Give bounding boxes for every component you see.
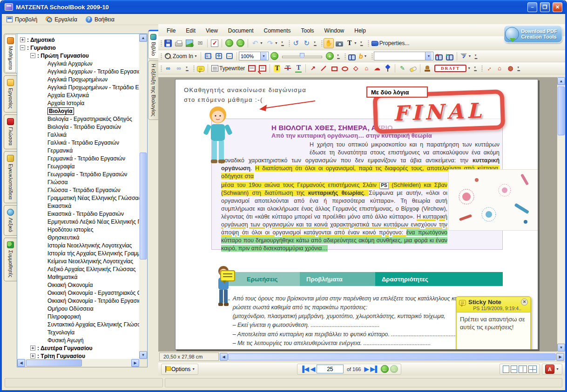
tree-item[interactable]: Γεωγραφία xyxy=(17,162,139,170)
textbox-tool-button[interactable] xyxy=(247,63,257,73)
tree-expander-icon[interactable] xyxy=(40,179,46,185)
tree-expander-icon[interactable] xyxy=(40,156,46,161)
tree-item[interactable]: Αγγλικά Προχωρημένων - Τετράδιο Ερ xyxy=(17,83,139,91)
tree-item[interactable]: Μαθηματικά xyxy=(17,273,139,281)
tree-item[interactable]: Οικιακή Οικονομία - Τετράδιο Εργασιώ xyxy=(17,297,139,305)
next-page-button[interactable]: ▶ xyxy=(364,365,369,373)
minimize-button[interactable]: – xyxy=(527,2,537,12)
area-tool-button[interactable]: ◍ xyxy=(505,63,515,73)
menu-view[interactable]: Προβολή xyxy=(7,16,37,23)
zoom-plus-button[interactable]: + xyxy=(324,51,335,61)
tree-expander-icon[interactable] xyxy=(40,227,46,232)
redo-button[interactable]: ↷▼ xyxy=(265,38,279,48)
scroll-left-icon[interactable]: ◀ xyxy=(220,353,228,361)
tree-expander-icon[interactable] xyxy=(40,85,46,90)
scroll-right-icon[interactable]: ▶ xyxy=(131,359,139,367)
exercise-tab[interactable]: Ερωτήσεις xyxy=(224,272,300,286)
pdf-menu-item[interactable]: View xyxy=(206,27,218,34)
export-image-button[interactable] xyxy=(184,38,195,48)
pdf-menu-item[interactable]: Tools xyxy=(301,27,314,34)
zoom-out-button[interactable]: − xyxy=(269,51,280,61)
scroll-up-icon[interactable]: ▲ xyxy=(139,34,147,42)
last-page-button[interactable]: ▶▌ xyxy=(370,365,379,373)
tree-item[interactable]: Αγγλικά Αρχαρίων - Τετράδιο Εργασιώ xyxy=(17,67,139,75)
strikeout-tool-button[interactable]: T xyxy=(283,63,293,73)
doc-tab-evolution[interactable]: Η εξέλιξη της Βιολογίας xyxy=(148,60,158,120)
typewriter-annotation[interactable]: ΟΚαθηγητής ανακοίνωσε διαγώνισμα στο επό… xyxy=(184,85,306,105)
next-view-button[interactable]: → xyxy=(235,38,246,48)
tree-item[interactable]: Ομήρου Οδύσσεια xyxy=(17,305,139,312)
rotate-cw-button[interactable]: ↻ xyxy=(302,38,312,48)
perimeter-tool-button[interactable]: ⌂ xyxy=(494,63,505,73)
tree-expander-icon[interactable] xyxy=(40,235,46,240)
document-area[interactable]: ΟΚαθηγητής ανακοίνωσε διαγώνισμα στο επό… xyxy=(158,77,565,352)
find-previous-button[interactable]: ◄ xyxy=(434,51,444,61)
sticky-note-close-icon[interactable]: ✕ xyxy=(521,299,528,306)
options-button[interactable]: Options▼ xyxy=(161,364,198,375)
page-number-input[interactable]: 25 xyxy=(317,365,344,373)
pdf-menu-item[interactable]: Document xyxy=(228,27,254,34)
tree-expander-icon[interactable] xyxy=(40,290,46,295)
tree-expander-icon[interactable] xyxy=(40,203,46,208)
rectangle-tool-button[interactable] xyxy=(329,63,339,73)
next-view-icon[interactable]: → xyxy=(390,365,398,373)
first-page-button[interactable]: ▐◀ xyxy=(300,365,309,373)
maximize-button[interactable]: ❐ xyxy=(540,2,550,12)
draft-stamp-button[interactable]: DRAFT▼ xyxy=(433,63,472,73)
callout-tool-button[interactable] xyxy=(257,63,268,73)
pdf-menu-item[interactable]: Help xyxy=(354,27,366,34)
tree-item[interactable]: Γεωγραφία - Τετράδιο Εργασιών xyxy=(17,170,139,178)
sidebar-tab[interactable]: Συμμαθητές xyxy=(4,238,17,281)
document-vertical-scrollbar[interactable]: ▲ ▼ xyxy=(557,77,565,352)
tree-expander-icon[interactable] xyxy=(40,282,46,287)
tree-expander-icon[interactable] xyxy=(40,69,46,74)
single-page-layout-button[interactable] xyxy=(503,365,509,373)
tree-expander-icon[interactable] xyxy=(40,322,46,327)
previous-page-button[interactable]: ◀ xyxy=(310,365,315,373)
exercise-tab[interactable]: Δραστηριότητες xyxy=(375,272,503,286)
typewriter-button[interactable]: Typewriter xyxy=(210,63,246,73)
tree-expander-icon[interactable] xyxy=(40,243,46,248)
tree-item[interactable]: − : Γυμνάσιο xyxy=(17,44,139,52)
fit-page-button[interactable]: ✣ xyxy=(214,51,224,61)
tree-item[interactable]: Βιολογία - Τετράδιο Εργασιών xyxy=(17,123,139,131)
toolbar-overflow[interactable]: ▾▂ xyxy=(516,63,521,73)
properties-button[interactable]: Properties... xyxy=(370,38,411,48)
tree-expander-icon[interactable] xyxy=(40,187,46,193)
stamp-tool-button[interactable] xyxy=(422,63,432,73)
pdf-menu-item[interactable]: Window xyxy=(324,27,344,34)
hand-tool-button[interactable]: ✋ xyxy=(324,38,334,48)
sidebar-tab[interactable]: Μαθήματα xyxy=(4,33,17,73)
tree-expander-icon[interactable]: − xyxy=(20,45,25,50)
tree-item[interactable]: Γραμματική Νέας Ελληνικής Γλώσσας xyxy=(17,194,139,202)
tree-expander-icon[interactable] xyxy=(40,61,46,66)
tree-expander-icon[interactable] xyxy=(40,338,46,343)
tree-item[interactable]: + : Τρίτη Γυμνασίου xyxy=(17,352,139,359)
tree-item[interactable]: Αγγλικά Προχωρημένων xyxy=(17,75,139,83)
tree-vertical-scrollbar[interactable]: ▲ ▼ xyxy=(139,34,147,359)
continuous-layout-button[interactable] xyxy=(511,365,517,373)
document-scroll-thumb[interactable] xyxy=(558,86,565,135)
distance-tool-button[interactable]: ↔ xyxy=(484,63,494,73)
tree-item[interactable]: Συντακτικό Αρχαίας Ελληνικής Γλώσσ xyxy=(17,320,139,328)
tree-expander-icon[interactable] xyxy=(40,108,46,113)
tree-item[interactable]: Βιολογία xyxy=(17,107,139,115)
tree-expander-icon[interactable] xyxy=(40,219,46,224)
tree-item[interactable]: Ερμηνευτικό Λεξικό Νέας Ελληνικής Γλ xyxy=(17,218,139,226)
link-tool-button[interactable]: ∞ xyxy=(163,63,173,73)
exercise-tab[interactable]: Προβλήματα xyxy=(300,272,375,286)
tree-expander-icon[interactable] xyxy=(40,274,46,279)
close-button[interactable]: ✕ xyxy=(553,2,562,12)
email-button[interactable]: ✉ xyxy=(195,38,205,48)
spellcheck-button[interactable] xyxy=(209,38,220,48)
tree-expander-icon[interactable] xyxy=(40,306,46,311)
print-button[interactable] xyxy=(174,38,184,48)
zoom-slider-thumb[interactable] xyxy=(300,53,304,59)
tree-item[interactable]: Εικαστικά xyxy=(17,202,139,210)
open-in-adobe-button[interactable]: A▼ xyxy=(542,364,562,375)
tree-hscroll-thumb[interactable] xyxy=(26,359,82,366)
tree-item[interactable]: Γερμανικά - Τετράδιο Εργασιών xyxy=(17,154,139,162)
tree-expander-icon[interactable] xyxy=(40,132,46,137)
tree-expander-icon[interactable] xyxy=(40,100,46,106)
underline-tool-button[interactable]: T xyxy=(293,63,304,73)
